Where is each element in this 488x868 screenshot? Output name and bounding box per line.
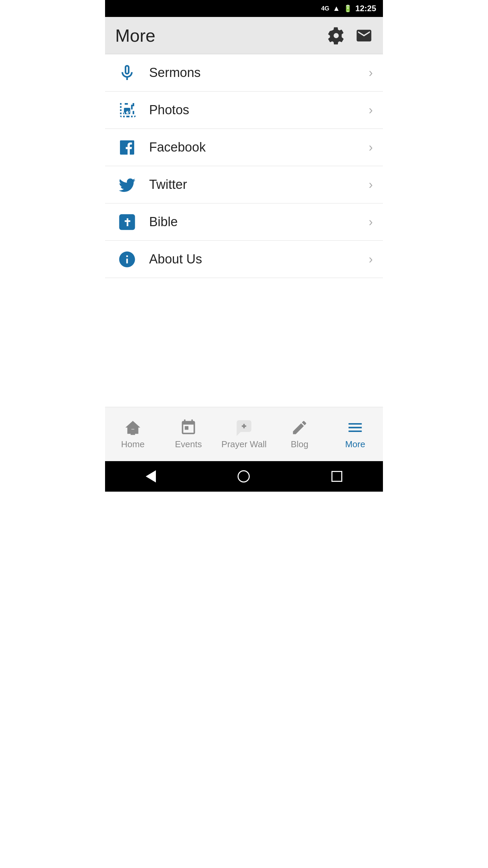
bottom-navigation: Home Events Prayer Wall Blog	[105, 407, 383, 461]
menu-item-bible[interactable]: ✝ Bible ›	[105, 203, 383, 241]
events-nav-label: Events	[175, 439, 202, 450]
back-button[interactable]	[146, 470, 156, 482]
settings-button[interactable]	[327, 27, 345, 44]
facebook-icon	[115, 138, 139, 157]
chevron-right-icon: ›	[369, 140, 373, 155]
home-nav-label: Home	[121, 439, 144, 450]
signal-bars-icon: ▲	[333, 4, 340, 13]
header-actions	[327, 27, 373, 44]
about-us-label: About Us	[149, 252, 369, 267]
sermons-label: Sermons	[149, 65, 369, 80]
nav-item-more[interactable]: More	[327, 407, 383, 461]
calendar-icon	[180, 419, 197, 436]
nav-item-blog[interactable]: Blog	[272, 407, 327, 461]
recents-button[interactable]	[331, 471, 342, 482]
home-circle-icon	[238, 470, 250, 482]
chevron-right-icon: ›	[369, 252, 373, 267]
menu-list: Sermons › Photos › Facebook › Twitter ›	[105, 54, 383, 407]
bible-icon: ✝	[115, 213, 139, 232]
menu-item-about[interactable]: About Us ›	[105, 241, 383, 278]
page-title: More	[115, 25, 155, 46]
twitter-label: Twitter	[149, 177, 369, 192]
nav-item-home[interactable]: Home	[105, 407, 161, 461]
pencil-icon	[291, 419, 308, 436]
blog-nav-label: Blog	[291, 439, 308, 450]
status-bar: 4G ▲ 🔋 12:25	[105, 0, 383, 17]
battery-icon: 🔋	[344, 4, 352, 13]
home-button[interactable]	[238, 470, 250, 482]
chevron-right-icon: ›	[369, 66, 373, 80]
more-nav-label: More	[345, 439, 365, 450]
clock: 12:25	[355, 4, 376, 13]
chevron-right-icon: ›	[369, 178, 373, 192]
nav-item-events[interactable]: Events	[161, 407, 216, 461]
microphone-icon	[115, 63, 139, 82]
android-navigation-bar	[105, 461, 383, 492]
camera-icon	[115, 101, 139, 120]
menu-item-twitter[interactable]: Twitter ›	[105, 166, 383, 203]
svg-text:✝: ✝	[123, 217, 131, 228]
chevron-right-icon: ›	[369, 103, 373, 117]
recents-square-icon	[331, 471, 342, 482]
info-icon	[115, 250, 139, 269]
menu-lines-icon	[346, 419, 364, 436]
chevron-right-icon: ›	[369, 215, 373, 229]
photos-label: Photos	[149, 103, 369, 117]
messages-button[interactable]	[355, 27, 373, 44]
menu-item-facebook[interactable]: Facebook ›	[105, 129, 383, 166]
bible-label: Bible	[149, 215, 369, 229]
home-icon	[124, 419, 142, 436]
menu-item-photos[interactable]: Photos ›	[105, 92, 383, 129]
menu-item-sermons[interactable]: Sermons ›	[105, 54, 383, 92]
nav-item-prayer-wall[interactable]: Prayer Wall	[216, 407, 272, 461]
prayer-wall-nav-label: Prayer Wall	[221, 439, 266, 450]
back-triangle-icon	[146, 470, 156, 482]
signal-indicator: 4G	[321, 5, 329, 12]
header: More	[105, 17, 383, 54]
twitter-icon	[115, 175, 139, 194]
facebook-label: Facebook	[149, 140, 369, 155]
prayer-wall-icon	[235, 419, 253, 436]
